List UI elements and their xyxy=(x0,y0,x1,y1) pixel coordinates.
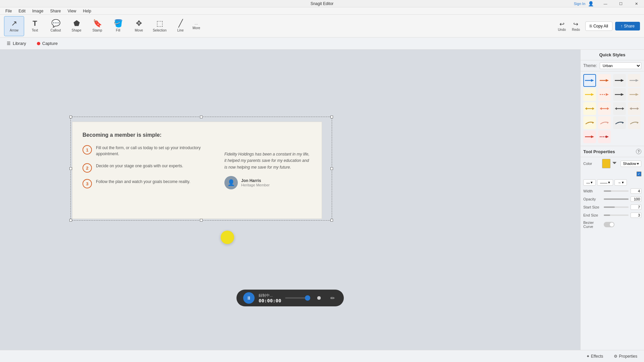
style-navy-curve[interactable] xyxy=(613,116,626,129)
more-button[interactable]: ⋯ More xyxy=(191,21,202,31)
opacity-input[interactable] xyxy=(631,196,641,202)
bezier-toggle[interactable] xyxy=(604,222,614,227)
style-red-dashed[interactable] xyxy=(598,130,611,143)
rec-record-button[interactable]: ⏺ xyxy=(314,293,324,303)
style-orange-solid[interactable] xyxy=(598,74,611,87)
menu-file[interactable]: File xyxy=(3,8,14,14)
color-label: Color xyxy=(583,162,600,166)
menu-edit[interactable]: Edit xyxy=(16,8,28,14)
start-size-slider[interactable] xyxy=(604,206,629,208)
menu-view[interactable]: View xyxy=(65,8,79,14)
help-icon[interactable]: ? xyxy=(636,149,641,154)
style-salmon-dbl[interactable] xyxy=(598,102,611,115)
step-2: 2 Decide on your stage one goals with ou… xyxy=(83,163,218,173)
properties-button[interactable]: ⚙ Properties xyxy=(611,353,640,360)
line-arrow-style-button[interactable]: → ▾ xyxy=(614,179,627,186)
close-button[interactable]: ✕ xyxy=(629,0,644,7)
shadow-label: Shadow xyxy=(623,162,636,166)
redo-button[interactable]: ↪ Redo xyxy=(569,19,583,33)
style-tan-dbl[interactable] xyxy=(628,102,641,115)
yellow-dot[interactable] xyxy=(221,231,234,244)
tool-move[interactable]: ✥ Move xyxy=(129,16,149,36)
menu-help[interactable]: Help xyxy=(80,8,94,14)
effects-props-bar: ✦ Effects ⚙ Properties xyxy=(0,350,644,362)
maximize-button[interactable]: ☐ xyxy=(613,0,629,7)
width-input[interactable] xyxy=(631,188,641,194)
canvas-area[interactable]: Becoming a member is simple: 1 Fill out … xyxy=(0,50,580,350)
library-nav[interactable]: ☰ Library xyxy=(4,40,29,47)
handle-bot-left[interactable] xyxy=(69,219,72,222)
tool-arrow[interactable]: ↗ Arrow xyxy=(4,16,24,36)
tool-text[interactable]: T Text xyxy=(25,16,45,36)
line-label: Line xyxy=(177,28,184,32)
handle-bot-right[interactable] xyxy=(330,219,333,222)
redo-label: Redo xyxy=(572,28,580,32)
signin-link[interactable]: Sign In xyxy=(574,2,585,6)
theme-select[interactable]: Urban Default Modern xyxy=(600,62,641,69)
more-icon: ⋯ xyxy=(195,22,198,26)
avatar: 👤 xyxy=(224,176,238,189)
style-salmon-curve[interactable] xyxy=(598,116,611,129)
style-stone-curve[interactable] xyxy=(628,116,641,129)
style-tan-solid[interactable] xyxy=(628,88,641,101)
style-salmon-dashed[interactable] xyxy=(598,88,611,101)
end-size-fill xyxy=(604,215,610,216)
undo-icon: ↩ xyxy=(559,20,565,28)
tool-stamp[interactable]: 🔖 Stamp xyxy=(87,16,107,36)
style-charcoal-solid[interactable] xyxy=(613,88,626,101)
style-red-solid[interactable] xyxy=(583,130,596,143)
handle-top-mid[interactable] xyxy=(200,116,203,118)
toolbar: ↗ Arrow T Text 💬 Callout ⬟ Shape 🔖 Stamp… xyxy=(0,15,644,38)
handle-bot-mid[interactable] xyxy=(200,219,203,222)
svg-marker-33 xyxy=(591,135,594,138)
style-yellow-solid[interactable] xyxy=(583,88,596,101)
minimize-button[interactable]: — xyxy=(598,0,613,7)
color-swatch[interactable] xyxy=(602,159,611,168)
tool-selection[interactable]: ⬚ Selection xyxy=(150,16,170,36)
rec-edit-button[interactable]: ✏ xyxy=(328,293,337,303)
color-dropdown-icon[interactable] xyxy=(612,162,616,165)
shadow-checkbox[interactable]: ✓ xyxy=(637,172,641,176)
svg-marker-13 xyxy=(621,93,624,96)
card-right: Fidelity Holdings has been a constant in… xyxy=(218,132,312,208)
tool-line[interactable]: ╱ Line xyxy=(170,16,191,36)
copy-all-button[interactable]: ⎘ Copy All xyxy=(585,21,612,31)
handle-mid-left[interactable] xyxy=(69,167,72,170)
rec-progress-slider[interactable] xyxy=(285,297,310,299)
rec-slider-thumb[interactable] xyxy=(305,295,310,301)
tool-shape[interactable]: ⬟ Shape xyxy=(66,16,87,36)
opacity-slider[interactable] xyxy=(604,198,629,200)
width-slider[interactable] xyxy=(604,190,629,192)
style-blue-solid[interactable] xyxy=(583,74,596,87)
style-gray-solid[interactable] xyxy=(628,74,641,87)
play-pause-button[interactable]: ⏸ xyxy=(243,292,255,304)
shadow-button[interactable]: Shadow ▾ xyxy=(621,161,641,167)
style-gold-curve[interactable] xyxy=(583,116,596,129)
tool-callout[interactable]: 💬 Callout xyxy=(46,16,66,36)
svg-marker-27 xyxy=(637,107,639,110)
start-size-fill xyxy=(604,206,615,208)
content-card: Becoming a member is simple: 1 Fill out … xyxy=(72,122,322,219)
style-dark-dbl[interactable] xyxy=(613,102,626,115)
share-button[interactable]: ↑ Share xyxy=(615,22,640,31)
end-size-input[interactable] xyxy=(631,213,641,218)
capture-nav[interactable]: Capture xyxy=(34,40,60,47)
svg-marker-9 xyxy=(591,93,594,96)
line-dash-style-button[interactable]: —— ▾ xyxy=(597,179,613,186)
menu-image[interactable]: Image xyxy=(30,8,46,14)
handle-mid-right[interactable] xyxy=(330,167,333,170)
undo-button[interactable]: ↩ Undo xyxy=(555,19,569,33)
card-left: Becoming a member is simple: 1 Fill out … xyxy=(83,132,218,208)
style-dark-solid[interactable] xyxy=(613,74,626,87)
style-gold-dbl[interactable] xyxy=(583,102,596,115)
callout-label: Callout xyxy=(50,28,61,32)
menu-share[interactable]: Share xyxy=(47,8,63,14)
handle-top-right[interactable] xyxy=(330,116,333,118)
handle-top-left[interactable] xyxy=(69,116,72,118)
line-end-style-button[interactable]: — ▾ xyxy=(583,179,596,186)
end-size-slider[interactable] xyxy=(604,215,629,216)
start-size-input[interactable] xyxy=(631,204,641,210)
effects-button[interactable]: ✦ Effects xyxy=(584,353,606,360)
tool-fill[interactable]: 🪣 Fill xyxy=(108,16,128,36)
right-panel: Quick Styles Theme: Urban Default Modern xyxy=(580,50,644,350)
